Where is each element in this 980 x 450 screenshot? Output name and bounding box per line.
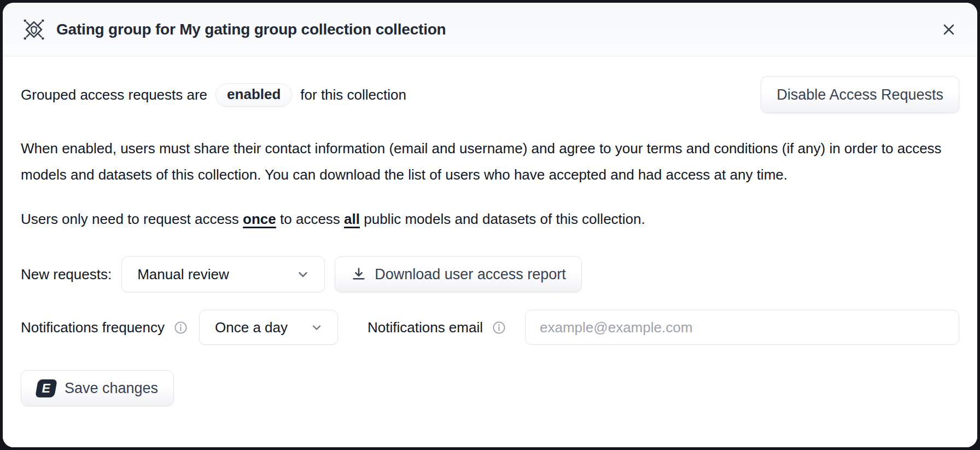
save-changes-button[interactable]: E Save changes [21,370,174,406]
notifications-frequency-label: Notifications frequency [21,319,165,336]
new-requests-selected-value: Manual review [137,266,229,283]
new-requests-row: New requests: Manual review Download use… [21,256,959,292]
notifications-email-input[interactable] [525,310,959,345]
close-icon[interactable] [940,21,958,38]
desc2-mid: to access [276,211,344,227]
new-requests-select[interactable]: Manual review [121,256,325,292]
modal-body: Grouped access requests are enabled for … [3,56,977,447]
gated-group-icon [21,17,46,42]
footer-row: E Save changes [21,370,959,406]
info-icon[interactable] [173,320,188,335]
desc2-all: all [344,211,360,227]
status-text: Grouped access requests are enabled for … [21,83,406,107]
download-icon [351,266,367,282]
notifications-frequency-select[interactable]: Once a day [199,310,338,345]
status-text-after: for this collection [300,86,406,103]
enterprise-icon: E [35,379,57,397]
info-icon[interactable] [492,320,506,335]
download-button-label: Download user access report [375,266,566,283]
notifications-frequency-value: Once a day [215,319,288,336]
chevron-down-icon [310,321,323,334]
notifications-email-label: Notifications email [368,319,483,336]
new-requests-label: New requests: [21,266,112,283]
notifications-row: Notifications frequency Once a day Notif… [21,310,959,345]
desc2-suffix: public models and datasets of this colle… [360,211,645,227]
chevron-down-icon [296,267,310,281]
modal-title: Gating group for My gating group collect… [56,21,930,38]
gating-group-modal: Gating group for My gating group collect… [3,3,977,447]
desc2-once: once [243,211,276,227]
description-paragraph-2: Users only need to request access once t… [21,211,959,228]
download-user-access-report-button[interactable]: Download user access report [335,256,582,292]
save-button-label: Save changes [65,380,158,397]
modal-header: Gating group for My gating group collect… [3,3,977,56]
status-row: Grouped access requests are enabled for … [21,76,959,113]
status-badge: enabled [215,83,292,107]
disable-access-requests-button[interactable]: Disable Access Requests [761,76,959,113]
status-text-before: Grouped access requests are [21,86,207,103]
desc2-prefix: Users only need to request access [21,211,243,227]
description-paragraph: When enabled, users must share their con… [21,135,959,188]
